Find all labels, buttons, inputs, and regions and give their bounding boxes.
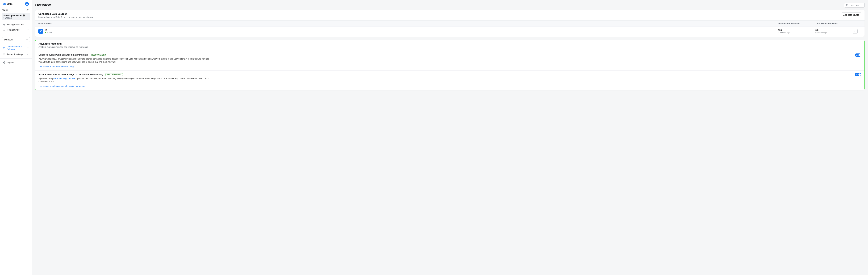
svg-point-8 [856,31,856,31]
events-processed-sub: 5.8M total [3,17,28,19]
meta-logo: Meta [3,2,12,6]
svg-point-6 [854,31,855,31]
logout-icon [3,61,5,64]
gear-icon [3,29,5,31]
user-avatar[interactable] [25,2,29,6]
login-toggle-label: ON [856,74,858,75]
svg-point-4 [4,54,4,55]
calendar-icon [846,4,848,7]
sources-title: Connected Data Sources [38,12,93,15]
chevron-down-icon [27,29,29,31]
info-icon[interactable]: i [23,14,25,17]
svg-point-2 [4,24,5,25]
enhance-toggle-label: ON [856,54,858,56]
login-title: Include customer Facebook Login ID for a… [38,73,103,76]
nav-account-settings[interactable]: Account settings [0,52,32,57]
gear-icon [3,53,5,56]
sources-table-header: Data Sources Total Events Received Total… [35,21,865,27]
sidebar: Meta Stape Events processed i 5.8M total [0,0,32,275]
main-content: Overview Last Hour Connected Data Source… [32,0,868,275]
page-title: Overview [35,3,51,7]
table-row[interactable]: ID Active 33K 9 minutes ago 33K 9 minute… [35,27,865,36]
recommended-badge: RECOMMENDED [90,54,107,56]
chevron-down-icon [861,4,863,6]
sidebar-divider [0,58,32,59]
col-total-events-received: Total Events Received [778,22,815,25]
matching-subtitle: Attribute more conversions and improve a… [38,46,861,48]
link-icon [3,47,5,49]
col-total-events-published: Total Events Published [815,22,853,25]
sidebar-header: Meta [0,0,32,7]
ter-sub: 9 minutes ago [778,32,815,34]
edit-workspace-icon[interactable] [26,8,29,11]
facebook-login-web-link[interactable]: Facebook Login for Web [53,77,76,80]
login-learn-more-link[interactable]: Learn more about customer information pa… [38,85,86,87]
svg-point-1 [3,24,4,25]
toggle-knob [859,73,861,76]
login-desc: If you are using Facebook Login for Web,… [38,77,212,83]
data-source-status: Active [45,31,52,33]
project-name: kwdfrazm [4,38,13,41]
recommended-badge: RECOMMENDED [105,73,123,76]
add-data-source-button[interactable]: Add data source [841,12,861,18]
enhance-toggle[interactable]: ON [855,54,861,57]
col-data-sources: Data Sources [38,22,778,25]
data-source-name: ID [45,29,52,31]
workspace-row: Stape [0,7,32,13]
nav-host-settings[interactable]: Host settings [0,27,32,32]
nav-account-settings-label: Account settings [7,53,23,56]
svg-point-7 [855,31,855,31]
advanced-matching-card: Advanced matching Attribute more convers… [35,40,865,90]
nav-conversions-api-gateway[interactable]: Conversions API Gateway [0,44,32,52]
users-icon [3,24,5,26]
events-processed-card[interactable]: Events processed i 5.8M total [2,13,30,20]
events-processed-title: Events processed [3,14,22,17]
ter-value: 33K [778,29,815,31]
row-actions-button[interactable] [853,29,858,34]
nav-host-settings-label: Host settings [7,29,20,31]
enhance-events-section: Enhance events with advanced matching da… [35,51,864,70]
connected-data-sources-card: Connected Data Sources Manage how your D… [35,10,865,37]
brand-name: Meta [7,2,12,5]
tep-sub: 9 minutes ago [815,32,853,34]
enhance-title: Enhance events with advanced matching da… [38,54,88,56]
enhance-learn-more-link[interactable]: Learn more about advanced matching [38,65,73,68]
svg-point-0 [27,3,27,4]
chevron-down-icon [27,47,29,49]
workspace-name: Stape [2,9,8,11]
svg-point-3 [4,30,4,30]
toggle-knob [859,54,861,56]
fb-login-section: Include customer Facebook Login ID for a… [35,70,864,90]
project-selector[interactable]: kwdfrazm [2,37,30,42]
enhance-desc: Your Conversions API Gateway instance ca… [38,57,212,64]
svg-rect-5 [846,4,848,6]
time-range-label: Last Hour [850,4,859,6]
nav-manage-accounts[interactable]: Manage accounts [0,22,32,27]
meta-logo-icon [3,2,6,6]
matching-title: Advanced matching [38,42,861,45]
page-header: Overview Last Hour [35,3,865,8]
chevron-down-icon [27,53,29,55]
tep-value: 33K [815,29,853,31]
chevron-down-icon [26,39,28,41]
sidebar-divider [0,34,32,34]
sources-subtitle: Manage how your Data Sources are set up … [38,16,93,19]
status-dot-icon [45,32,46,33]
nav-logout-label: Log out [7,61,14,64]
data-source-icon [38,29,43,34]
nav-manage-accounts-label: Manage accounts [7,24,24,26]
time-range-selector[interactable]: Last Hour [844,3,865,8]
nav-capi-label: Conversions API Gateway [6,45,27,50]
login-toggle[interactable]: ON [855,73,861,76]
nav-logout[interactable]: Log out [0,60,32,65]
